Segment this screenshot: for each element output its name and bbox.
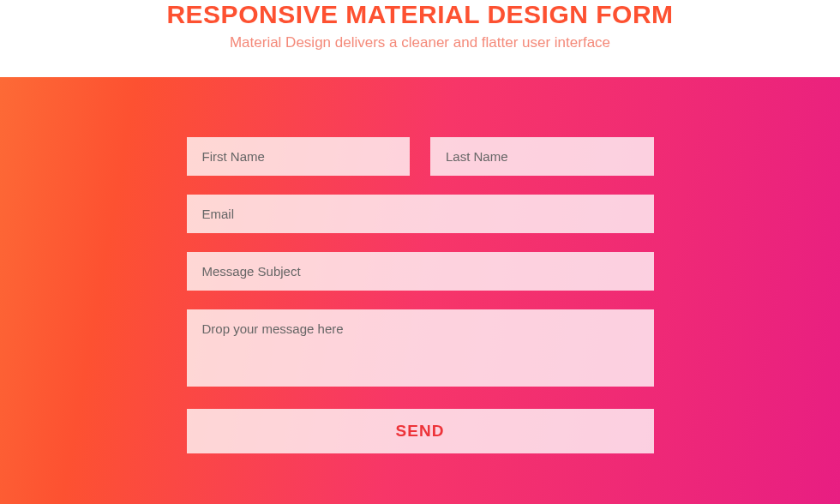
message-row [187, 309, 654, 390]
message-textarea[interactable] [187, 309, 654, 387]
page-subtitle: Material Design delivers a cleaner and f… [0, 34, 840, 51]
name-row [187, 137, 654, 176]
last-name-input[interactable] [430, 137, 654, 176]
subject-row [187, 252, 654, 291]
first-name-input[interactable] [187, 137, 411, 176]
send-button[interactable]: SEND [187, 409, 654, 453]
header: RESPONSIVE MATERIAL DESIGN FORM Material… [0, 0, 840, 77]
submit-row: SEND [187, 409, 654, 453]
page-title: RESPONSIVE MATERIAL DESIGN FORM [0, 0, 840, 29]
email-row [187, 195, 654, 233]
subject-input[interactable] [187, 252, 654, 291]
form-section: SEND [0, 77, 840, 504]
email-input[interactable] [187, 195, 654, 233]
contact-form: SEND [187, 137, 654, 453]
